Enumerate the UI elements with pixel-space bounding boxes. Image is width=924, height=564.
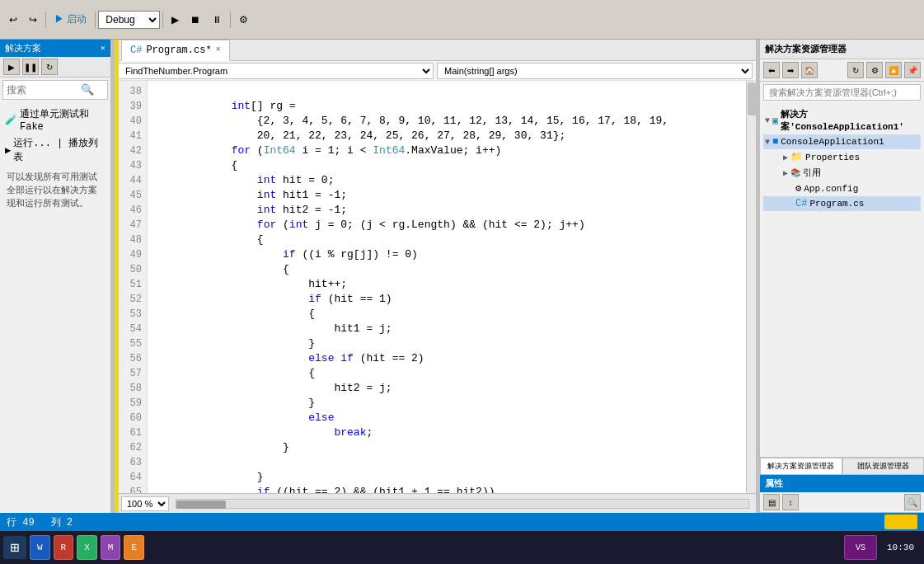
props-btn2[interactable]: ↕ [782, 494, 799, 510]
editor-area: C# Program.cs* × FindTheNumber.Program M… [115, 40, 756, 513]
code-area[interactable]: int[] rg = {2, 3, 4, 5, 6, 7, 8, 9, 10, … [148, 81, 746, 493]
left-panel-title: 解决方案 [5, 42, 41, 54]
main-area: 解决方案 × ▶ ❚❚ ↻ 🔍 🧪 通过单元测试和 Fake ▶ 运行... |… [0, 40, 924, 513]
undo-btn[interactable]: ↩ [3, 12, 23, 28]
props-toolbar: ▤ ↕ 🔍 [760, 492, 924, 513]
appconfig-icon: ⚙ [795, 182, 801, 195]
references-item[interactable]: ▶ 📚 引用 [763, 165, 921, 181]
taskbar-m[interactable]: M [101, 535, 121, 560]
rp-btn5[interactable]: ⚙ [866, 62, 883, 78]
rp-btn4[interactable]: ↻ [847, 62, 864, 78]
status-col: 列 2 [51, 515, 73, 529]
nav-left-dropdown[interactable]: FindTheNumber.Program [118, 63, 434, 79]
project-item[interactable]: ▼ ■ ConsoleApplication1 [763, 134, 921, 149]
left-tb-btn2[interactable]: ❚❚ [22, 59, 39, 75]
nav-right-dropdown[interactable]: Main(string[] args) [437, 63, 753, 79]
rb-tab-solution-label: 解决方案资源管理器 [767, 463, 834, 471]
tb-btn2[interactable]: ⏹ [185, 12, 206, 28]
zoom-select[interactable]: 100 % 75 % 125 % [121, 496, 169, 511]
sep3 [162, 12, 163, 28]
refs-icon: 📚 [790, 168, 800, 178]
expand-arrow-project: ▼ [765, 138, 770, 147]
right-panel: 解决方案资源管理器 ⬅ ➡ 🏠 ↻ ⚙ 🔼 📌 ▼ ▣ 解决方案'Console… [759, 40, 924, 513]
solution-item[interactable]: ▼ ▣ 解决方案'ConsoleApplication1' [763, 106, 921, 134]
left-hint-text: 可以发现所有可用测试 全部运行以在解决方案 现和运行所有测试。 [3, 166, 107, 215]
tree-icon-1: 🧪 [5, 114, 17, 126]
rp-btn3[interactable]: 🏠 [801, 62, 818, 78]
programcs-label: Program.cs [809, 199, 864, 209]
appconfig-label: App.config [804, 184, 858, 194]
expand-arrow-properties: ▶ [783, 153, 788, 162]
props-btn1[interactable]: ▤ [763, 494, 780, 510]
right-panel-title: 解决方案资源管理器 [765, 45, 847, 54]
right-bottom-tabs: 解决方案资源管理器 团队资源管理器 [760, 457, 924, 475]
properties-item[interactable]: ▶ 📁 Properties [763, 149, 921, 165]
project-label: ConsoleApplication1 [781, 137, 884, 147]
tab-icon: C# [130, 45, 142, 56]
left-panel-close[interactable]: × [100, 44, 106, 54]
rp-btn1[interactable]: ⬅ [763, 62, 780, 78]
tree-label-1: 通过单元测试和 Fake [20, 107, 106, 133]
debug-dropdown[interactable]: Debug Release [98, 11, 160, 29]
taskbar-r[interactable]: R [54, 535, 74, 560]
rb-tab-team-label: 团队资源管理器 [857, 463, 909, 471]
horizontal-scrollbar[interactable] [176, 499, 749, 509]
status-row: 行 49 [7, 515, 35, 529]
refs-label: 引用 [803, 167, 821, 179]
redo-btn[interactable]: ↪ [23, 12, 43, 28]
tb-btn4[interactable]: ⚙ [233, 12, 254, 28]
appconfig-item[interactable]: ⚙ App.config [763, 181, 921, 196]
right-tree: ▼ ▣ 解决方案'ConsoleApplication1' ▼ ■ Consol… [760, 103, 924, 457]
search-icon: 🔍 [81, 83, 94, 96]
tree-item-2[interactable]: ▶ 运行... | 播放列表 [3, 134, 107, 166]
right-search-box[interactable] [763, 84, 921, 101]
tb-btn3[interactable]: ⏸ [206, 12, 227, 28]
bottom-bar: 100 % 75 % 125 % [115, 493, 756, 513]
taskbar-time: 10:30 [880, 543, 921, 552]
tb-btn1[interactable]: ▶ [166, 12, 185, 28]
taskbar-start[interactable]: ⊞ [3, 536, 26, 559]
taskbar-word[interactable]: W [30, 535, 50, 560]
left-search-input[interactable] [7, 84, 81, 96]
rp-btn6[interactable]: 🔼 [885, 62, 902, 78]
left-panel: 解决方案 × ▶ ❚❚ ↻ 🔍 🧪 通过单元测试和 Fake ▶ 运行... |… [0, 40, 111, 513]
left-search-box[interactable]: 🔍 [2, 80, 108, 100]
left-tb-btn3[interactable]: ↻ [41, 59, 58, 75]
tab-program-cs[interactable]: C# Program.cs* × [121, 40, 230, 61]
tab-close-btn[interactable]: × [216, 45, 221, 54]
rb-tab-solution[interactable]: 解决方案资源管理器 [760, 458, 842, 475]
tab-label: Program.cs* [146, 45, 211, 56]
rb-tab-team[interactable]: 团队资源管理器 [842, 458, 925, 475]
tree-label-2: 运行... | 播放列表 [13, 136, 106, 164]
properties-label: Properties [805, 153, 860, 162]
taskbar-vs[interactable]: VS [844, 535, 877, 560]
taskbar-e[interactable]: E [124, 535, 144, 560]
sep2 [95, 12, 96, 28]
expand-arrow-solution: ▼ [765, 116, 770, 125]
right-search-input[interactable] [769, 87, 915, 97]
taskbar: ⊞ W R X M E VS 10:30 [0, 531, 924, 564]
right-panel-header: 解决方案资源管理器 [760, 40, 924, 59]
taskbar-x[interactable]: X [77, 535, 97, 560]
left-tree: 🧪 通过单元测试和 Fake ▶ 运行... | 播放列表 可以发现所有可用测试… [0, 102, 110, 513]
props-btn3[interactable]: 🔍 [904, 494, 921, 510]
programcs-icon: C# [795, 198, 807, 209]
right-panel-toolbar: ⬅ ➡ 🏠 ↻ ⚙ 🔼 📌 [760, 59, 924, 82]
nav-bar: FindTheNumber.Program Main(string[] args… [115, 61, 756, 81]
rp-btn7[interactable]: 📌 [904, 62, 921, 78]
project-icon: ■ [772, 136, 778, 148]
tree-item-1[interactable]: 🧪 通过单元测试和 Fake [3, 106, 107, 134]
editor-container: 38 39 40 41 42 43 44 45 46 47 48 49 50 5… [115, 81, 756, 493]
status-bar: 行 49 列 2 [0, 513, 924, 531]
sep1 [45, 12, 46, 28]
rp-btn2[interactable]: ➡ [782, 62, 799, 78]
properties-header: 属性 [760, 475, 924, 492]
programcs-item[interactable]: C# Program.cs [763, 196, 921, 211]
vertical-scrollbar[interactable] [746, 81, 756, 493]
tab-bar: C# Program.cs* × [115, 40, 756, 61]
line-numbers: 38 39 40 41 42 43 44 45 46 47 48 49 50 5… [115, 81, 148, 493]
left-tb-btn1[interactable]: ▶ [3, 59, 20, 75]
top-toolbar: ↩ ↪ ▶ 启动 Debug Release ▶ ⏹ ⏸ ⚙ [0, 0, 924, 40]
status-icon [884, 515, 917, 529]
run-btn[interactable]: ▶ 启动 [49, 10, 92, 29]
